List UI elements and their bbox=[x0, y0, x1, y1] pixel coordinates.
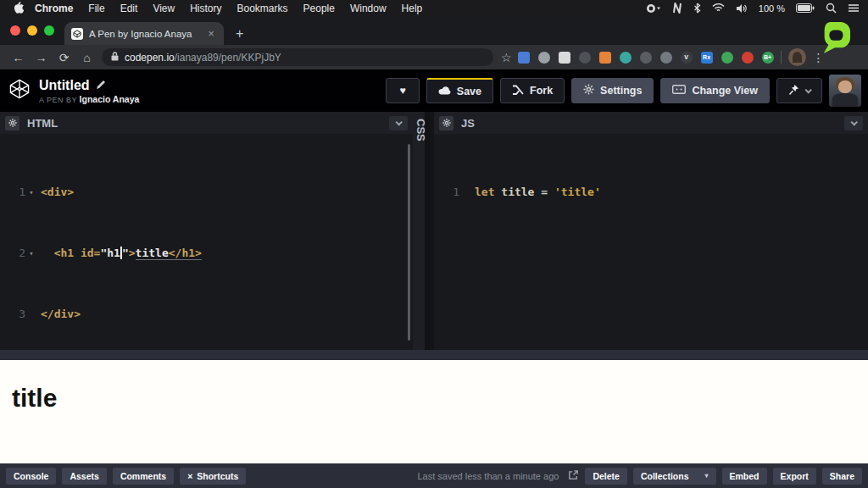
collections-button[interactable]: Collections▾ bbox=[633, 468, 716, 485]
menubar-item-help[interactable]: Help bbox=[394, 3, 431, 14]
html-panel-title: HTML bbox=[27, 117, 58, 130]
battery-icon[interactable] bbox=[796, 3, 815, 13]
browser-profile-avatar[interactable] bbox=[788, 48, 806, 66]
editor-scrollbar[interactable] bbox=[408, 144, 410, 341]
fork-button[interactable]: Fork bbox=[500, 78, 565, 103]
love-button[interactable]: ♥ bbox=[386, 78, 419, 103]
extension-icon-7[interactable] bbox=[640, 52, 652, 64]
chevron-down-icon bbox=[850, 119, 857, 125]
spotlight-search-icon[interactable] bbox=[826, 3, 837, 14]
menubar-item-file[interactable]: File bbox=[81, 3, 112, 14]
result-preview: title bbox=[0, 360, 868, 463]
extension-icon-6[interactable] bbox=[620, 52, 632, 64]
battery-percentage: 100 % bbox=[759, 3, 785, 14]
sync-zigzag-icon[interactable] bbox=[672, 3, 682, 14]
edit-pencil-icon[interactable] bbox=[96, 78, 106, 93]
code-line: 1▾<div> bbox=[0, 182, 413, 202]
menubar-item-chrome[interactable]: Chrome bbox=[27, 3, 81, 14]
embed-button[interactable]: Embed bbox=[722, 468, 767, 485]
chevron-down-icon bbox=[804, 86, 811, 93]
extensions-row: V Rx B+ bbox=[518, 52, 774, 64]
notification-center-icon[interactable] bbox=[848, 3, 860, 13]
extension-icon-4[interactable] bbox=[579, 52, 591, 64]
codepen-favicon bbox=[71, 28, 83, 40]
html-panel: HTML 1▾<div> 2▾ <h1 id="h1">title</h1> 3… bbox=[0, 112, 413, 350]
html-settings-gear-icon[interactable] bbox=[5, 116, 19, 130]
menubar-item-edit[interactable]: Edit bbox=[113, 3, 146, 14]
wifi-icon[interactable] bbox=[712, 3, 725, 13]
extension-icon-3[interactable] bbox=[559, 52, 570, 64]
comments-button[interactable]: Comments bbox=[113, 468, 174, 485]
codepen-logo-icon[interactable] bbox=[8, 78, 31, 103]
code-line: 1let title = 'title' bbox=[434, 182, 868, 202]
pen-byline-prefix: A PEN BY bbox=[39, 96, 77, 104]
volume-icon[interactable] bbox=[736, 3, 748, 14]
js-code-editor[interactable]: 1let title = 'title' bbox=[434, 134, 868, 243]
address-bar[interactable]: codepen.io/ianaya89/pen/KKPjJbY bbox=[102, 48, 493, 66]
extension-icon-8[interactable] bbox=[660, 52, 672, 64]
close-x-icon: × bbox=[187, 471, 192, 481]
js-panel: JS 1let title = 'title' bbox=[434, 112, 868, 350]
extension-icon-13[interactable]: B+ bbox=[762, 52, 774, 64]
preview-heading: title bbox=[12, 384, 57, 413]
forward-icon[interactable]: → bbox=[30, 51, 53, 64]
save-button[interactable]: Save bbox=[426, 78, 493, 103]
extension-icon-12[interactable] bbox=[742, 52, 754, 64]
menubar-item-history[interactable]: History bbox=[182, 3, 229, 14]
extension-icon-9[interactable]: V bbox=[681, 52, 693, 64]
apple-menu-icon[interactable] bbox=[8, 1, 27, 16]
reload-icon[interactable]: ⟳ bbox=[53, 51, 75, 64]
heart-icon: ♥ bbox=[399, 85, 405, 97]
menu-extra-icon[interactable] bbox=[646, 3, 661, 14]
share-button[interactable]: Share bbox=[822, 468, 862, 485]
url-host: codepen.io bbox=[125, 52, 175, 64]
toolbar-separator bbox=[781, 51, 782, 64]
js-settings-gear-icon[interactable] bbox=[439, 116, 453, 130]
open-saved-icon[interactable] bbox=[568, 469, 579, 484]
pin-dropdown-button[interactable] bbox=[776, 78, 822, 103]
bluetooth-icon[interactable] bbox=[693, 3, 701, 14]
menubar-item-view[interactable]: View bbox=[145, 3, 182, 14]
tab-close-icon[interactable]: × bbox=[205, 27, 217, 40]
assets-button[interactable]: Assets bbox=[62, 468, 106, 485]
menubar-item-window[interactable]: Window bbox=[342, 3, 394, 14]
fold-caret-icon[interactable]: ▾ bbox=[25, 243, 37, 263]
panel-resize-divider[interactable] bbox=[0, 350, 868, 360]
back-icon[interactable]: ← bbox=[7, 51, 30, 64]
delete-button[interactable]: Delete bbox=[585, 468, 627, 485]
change-view-button[interactable]: Change View bbox=[660, 78, 770, 103]
extension-icon-10[interactable]: Rx bbox=[701, 52, 713, 64]
browser-tab[interactable]: A Pen by Ignacio Anaya × bbox=[64, 22, 224, 45]
chevron-down-icon bbox=[395, 119, 402, 125]
html-code-editor[interactable]: 1▾<div> 2▾ <h1 id="h1">title</h1> 3</div… bbox=[0, 134, 413, 365]
extension-icon-5[interactable] bbox=[599, 52, 611, 64]
overlay-brand-logo bbox=[819, 20, 851, 58]
extension-icon-1[interactable] bbox=[518, 52, 530, 64]
window-minimize-button[interactable] bbox=[27, 25, 37, 36]
js-collapse-button[interactable] bbox=[844, 116, 863, 130]
new-tab-button[interactable]: + bbox=[224, 26, 255, 45]
extension-icon-11[interactable] bbox=[721, 52, 733, 64]
html-collapse-button[interactable] bbox=[389, 116, 408, 130]
code-line: 2▾ <h1 id="h1">title</h1> bbox=[0, 243, 413, 263]
export-button[interactable]: Export bbox=[773, 468, 816, 485]
lock-icon bbox=[111, 52, 119, 64]
user-avatar[interactable] bbox=[829, 75, 861, 107]
css-panel-collapsed[interactable]: CSS bbox=[413, 112, 430, 350]
bookmark-star-icon[interactable]: ☆ bbox=[501, 51, 512, 64]
window-zoom-button[interactable] bbox=[44, 25, 54, 36]
fold-caret-icon[interactable]: ▾ bbox=[25, 182, 37, 202]
menubar-item-people[interactable]: People bbox=[296, 3, 342, 14]
settings-button[interactable]: Settings bbox=[571, 78, 654, 103]
menubar-item-bookmarks[interactable]: Bookmarks bbox=[230, 3, 296, 14]
home-icon[interactable]: ⌂ bbox=[75, 51, 98, 64]
macos-menubar: Chrome File Edit View History Bookmarks … bbox=[0, 0, 868, 16]
window-close-button[interactable] bbox=[10, 25, 20, 36]
dropdown-arrow-icon: ▾ bbox=[705, 472, 709, 480]
console-button[interactable]: Console bbox=[6, 468, 56, 485]
html-panel-header: HTML bbox=[0, 112, 413, 134]
extension-icon-2[interactable] bbox=[538, 52, 550, 64]
pen-author[interactable]: Ignacio Anaya bbox=[80, 94, 140, 104]
browser-toolbar: ← → ⟳ ⌂ codepen.io/ianaya89/pen/KKPjJbY … bbox=[0, 45, 868, 69]
shortcuts-button[interactable]: ×Shortcuts bbox=[180, 468, 246, 485]
